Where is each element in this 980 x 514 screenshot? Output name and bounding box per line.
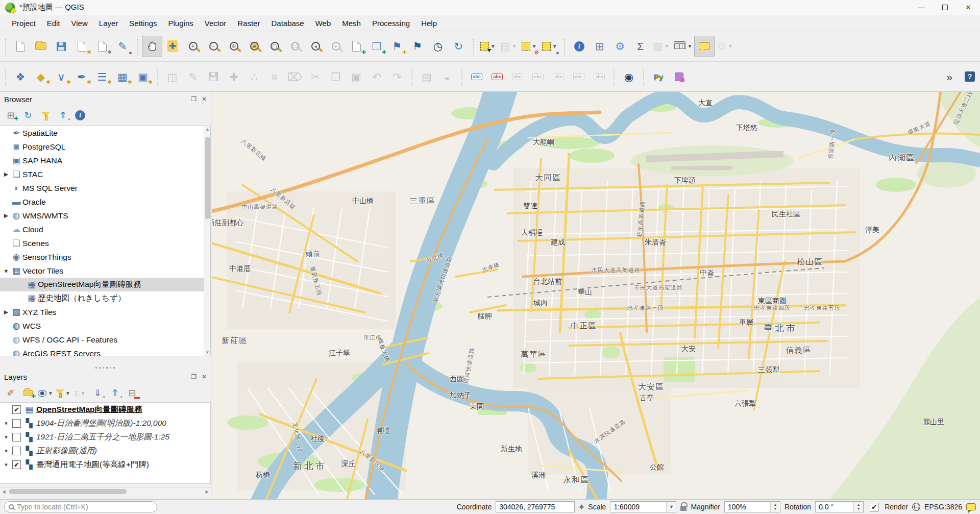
scrollbar-thumb[interactable] xyxy=(205,137,210,219)
help-contents-icon[interactable]: ? xyxy=(960,66,980,87)
new-virtual-layer-icon[interactable]: ▣✱ xyxy=(133,66,153,87)
browser-item[interactable]: ◍WCS xyxy=(0,319,210,333)
show-layout-manager-icon[interactable]: ✱ xyxy=(92,36,112,57)
plugin-tool-icon[interactable] xyxy=(669,66,689,87)
style-manager-icon[interactable]: ✎● xyxy=(112,36,133,57)
measure-line-icon[interactable]: ▼ xyxy=(672,36,695,57)
new-3d-map-view-icon[interactable]: ❒✚ xyxy=(366,36,387,57)
remove-layer-icon[interactable]: ⊟▬ xyxy=(125,385,140,401)
spin-arrows-icon[interactable]: ▲▼ xyxy=(853,502,863,512)
browser-item[interactable]: ◗MS SQL Server xyxy=(0,181,210,195)
show-spatial-bookmarks-icon[interactable]: ⚑ xyxy=(407,36,428,57)
layer-visibility-checkbox[interactable]: ✔ xyxy=(12,405,21,414)
close-panel-icon[interactable]: ✕ xyxy=(202,373,207,380)
mouse-position-icon[interactable]: ⌖ xyxy=(579,502,584,512)
layer-diagram-icon[interactable]: abc xyxy=(487,66,507,87)
sigma-summary-icon[interactable]: Σ xyxy=(630,36,651,57)
layers-h-scrollbar[interactable]: ◀ ▶ xyxy=(0,487,211,495)
scroll-right-icon[interactable]: ▶ xyxy=(203,488,211,496)
menu-project[interactable]: Project xyxy=(6,17,41,30)
browser-item[interactable]: ✒SpatiaLite xyxy=(0,126,210,140)
layer-row[interactable]: ▾✔▚臺灣通用電子地圖(等高線+門牌) xyxy=(0,458,210,472)
save-project-icon[interactable] xyxy=(51,36,71,57)
layer-visibility-checkbox[interactable] xyxy=(12,433,21,442)
collapse-all-layers-icon[interactable]: ⇑▪ xyxy=(107,385,122,401)
messages-icon[interactable] xyxy=(966,503,976,510)
browser-item[interactable]: ❑Scenes xyxy=(0,236,210,250)
new-map-view-icon[interactable]: ✚ xyxy=(346,36,366,57)
menu-database[interactable]: Database xyxy=(265,17,309,30)
layer-visibility-checkbox[interactable] xyxy=(12,419,21,428)
invert-selection-icon[interactable]: ●▼ xyxy=(540,36,560,57)
new-spatial-bookmark-icon[interactable]: ⚑✚ xyxy=(387,36,407,57)
scroll-left-icon[interactable]: ◀ xyxy=(0,488,8,496)
zoom-full-extent-icon[interactable]: ✣ xyxy=(224,36,244,57)
browser-item[interactable]: ◉SensorThings xyxy=(0,250,210,264)
panel-splitter[interactable] xyxy=(0,366,211,370)
new-mesh-layer-icon[interactable]: ☰✱ xyxy=(92,66,112,87)
close-button[interactable]: ✕ xyxy=(957,0,980,15)
layer-visibility-checkbox[interactable]: ✔ xyxy=(12,460,21,469)
layer-row[interactable]: ✔▦OpenStreetMap向量圖磚服務 xyxy=(0,403,210,417)
deselect-all-features-icon[interactable]: ⊘▼ xyxy=(519,36,540,57)
coordinate-value[interactable]: 304026, 2769775 xyxy=(496,501,575,512)
data-source-manager-icon[interactable]: ❖ xyxy=(10,66,31,87)
menu-settings[interactable]: Settings xyxy=(124,17,162,30)
layer-row[interactable]: ▾▚1904-日治臺灣堡圖(明治版)-1:20,000 xyxy=(0,417,210,430)
expand-arrow-icon[interactable]: ▶ xyxy=(2,309,10,315)
toolbar-handle[interactable] xyxy=(472,38,475,55)
minimize-button[interactable]: — xyxy=(910,0,933,15)
pan-to-selection-icon[interactable]: ✚ xyxy=(162,36,183,57)
browser-item[interactable]: ▦OpenStreetMap向量圖磚服務 xyxy=(0,278,210,291)
add-group-icon[interactable]: ✚ xyxy=(20,385,36,401)
crs-value[interactable]: EPSG:3826 xyxy=(924,503,962,511)
browser-item[interactable]: ▦歴史地図（れきしちず） xyxy=(0,291,210,305)
dropdown-icon[interactable]: ▼ xyxy=(666,502,676,512)
float-panel-icon[interactable]: ❐ xyxy=(191,95,197,103)
toolbar-handle[interactable] xyxy=(136,38,139,55)
map-canvas[interactable]: 大直下塔悠內湖區大龍峒大同區下埤頭中山橋三重區雙連民生社區潭美大稻埕朱厝崙建成頭… xyxy=(212,92,980,499)
toolbar-handle[interactable] xyxy=(460,68,463,85)
toolbar-handle[interactable] xyxy=(4,68,7,85)
render-checkbox[interactable]: ✔ xyxy=(870,503,878,511)
open-layer-styling-icon[interactable]: ✐ xyxy=(3,385,18,401)
menu-vector[interactable]: Vector xyxy=(199,17,232,30)
toolbar-handle[interactable] xyxy=(410,68,413,85)
new-gpx-layer-icon[interactable]: ▦✱ xyxy=(112,66,133,87)
refresh-browser-icon[interactable]: ↻ xyxy=(20,108,36,123)
browser-item[interactable]: ▼▦Vector Tiles xyxy=(0,264,210,278)
metasearch-icon[interactable]: ◉ xyxy=(619,66,639,87)
browser-item[interactable]: ☁Cloud xyxy=(0,223,210,236)
new-project-icon[interactable] xyxy=(10,36,31,57)
toolbar-handle[interactable] xyxy=(563,38,566,55)
new-geopackage-layer-icon[interactable]: ◆✱ xyxy=(31,66,51,87)
expand-arrow-icon[interactable]: ▶ xyxy=(2,212,10,219)
zoom-last-icon[interactable]: ◂ xyxy=(305,36,326,57)
menu-mesh[interactable]: Mesh xyxy=(336,17,366,30)
manage-map-themes-icon[interactable]: ▼ xyxy=(38,385,53,401)
layer-row[interactable]: ▾▚正射影像圖(通用) xyxy=(0,444,210,458)
zoom-out-icon[interactable]: − xyxy=(203,36,224,57)
browser-item[interactable]: ▣SAP HANA xyxy=(0,154,210,167)
menu-view[interactable]: View xyxy=(66,17,93,30)
new-spatialite-layer-icon[interactable]: ✒✱ xyxy=(71,66,92,87)
magnifier-spin[interactable]: 100%▲▼ xyxy=(724,501,780,512)
zoom-to-selection-icon[interactable]: ▢ xyxy=(264,36,285,57)
layer-row[interactable]: ▾▚1921-日治二萬五千分之一地形圖-1:25 xyxy=(0,430,210,444)
select-features-rectangle-icon[interactable]: ▼ xyxy=(478,36,498,57)
expand-arrow-icon[interactable]: ▾ xyxy=(2,434,10,440)
browser-properties-icon[interactable]: i xyxy=(72,108,88,123)
browser-item[interactable]: ◍ArcGIS REST Servers xyxy=(0,347,210,356)
python-console-icon[interactable]: Py xyxy=(648,66,669,87)
expand-arrow-icon[interactable]: ▶ xyxy=(2,171,10,178)
spin-arrows-icon[interactable]: ▲▼ xyxy=(770,502,780,512)
menu-layer[interactable]: Layer xyxy=(93,17,124,30)
map-tips-icon[interactable] xyxy=(694,36,715,57)
open-project-icon[interactable] xyxy=(31,36,51,57)
lock-scale-icon[interactable] xyxy=(680,506,687,511)
filter-browser-icon[interactable] xyxy=(38,108,53,123)
close-panel-icon[interactable]: ✕ xyxy=(202,95,207,103)
scale-combo[interactable]: 1:60009▼ xyxy=(610,501,676,512)
menu-help[interactable]: Help xyxy=(415,17,443,30)
menu-processing[interactable]: Processing xyxy=(366,17,415,30)
